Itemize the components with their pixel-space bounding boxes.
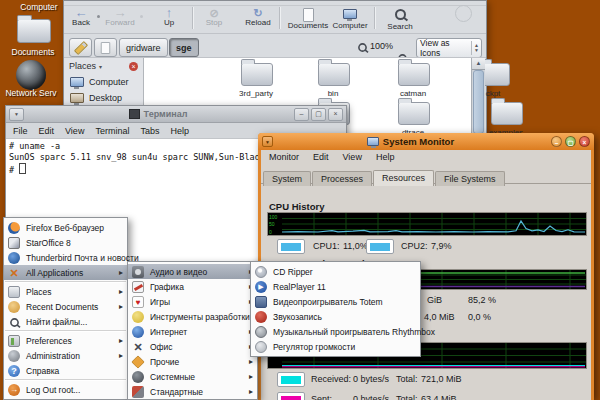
menu-item-totem[interactable]: Видеопроигрыватель Totem [251, 294, 420, 309]
menu-item-rhythmbox[interactable]: Музыкальный проигрыватель Rhythmbox [251, 324, 420, 339]
menu-item-find-files[interactable]: Найти файлы... [4, 314, 127, 329]
places-icon [8, 286, 20, 298]
system-monitor-titlebar[interactable]: ▼ System Monitor – ▢ × [258, 133, 594, 150]
menu-item-office[interactable]: ✕ Офис ▸ [128, 339, 257, 354]
menu-item-logout[interactable]: → Log Out root... [4, 382, 127, 397]
menu-item-development[interactable]: Инструменты разработки ▸ [128, 309, 257, 324]
menu-item-accessories[interactable]: Стандартные ▸ [128, 384, 257, 399]
forward-dropdown-icon[interactable] [140, 15, 143, 18]
menu-help[interactable]: Help [170, 126, 189, 136]
back-dropdown-icon[interactable] [97, 15, 100, 18]
folder-label[interactable]: bin [301, 89, 365, 98]
folder-icon[interactable] [398, 63, 430, 86]
menu-item-places[interactable]: Places ▸ [4, 284, 127, 299]
scrollbar-thumb[interactable] [473, 70, 484, 134]
menu-item-other[interactable]: Прочие ▸ [128, 354, 257, 369]
menu-tabs[interactable]: Tabs [140, 126, 159, 136]
menu-item-audio-video[interactable]: Аудио и видео ▸ [128, 264, 257, 279]
documents-button[interactable]: Documents [286, 7, 330, 30]
maximize-button[interactable]: ▢ [565, 136, 576, 147]
menu-item-cd-ripper[interactable]: CD Ripper [251, 264, 420, 279]
sent-total: 63,4 MiB [421, 394, 457, 400]
menu-item-games[interactable]: ♥ Игры ▸ [128, 294, 257, 309]
network-globe-icon[interactable] [16, 60, 46, 90]
close-button[interactable]: × [579, 136, 590, 147]
menu-item-volume-control[interactable]: Регулятор громкости [251, 339, 420, 354]
reload-button[interactable]: ↻ Reload [242, 7, 274, 27]
menu-item-system[interactable]: Системные ▸ [128, 369, 257, 384]
menu-help[interactable]: Help [376, 152, 395, 166]
view-mode-select[interactable]: View as Icons ▲▼ [416, 38, 482, 58]
sidebar-item-computer[interactable]: Computer [64, 74, 143, 90]
menu-item-thunderbird[interactable]: Thunderbird Почта и новости [4, 250, 127, 265]
menu-item-label: Звукозапись [273, 312, 322, 322]
menu-item-staroffice[interactable]: StarOffice 8 [4, 235, 127, 250]
folder-label[interactable]: 3rd_party [224, 89, 288, 98]
desktop-icon-documents[interactable]: Documents [2, 47, 64, 57]
edit-location-button[interactable] [69, 38, 92, 57]
folder-icon[interactable] [318, 63, 350, 86]
tab-file-systems[interactable]: File Systems [435, 171, 505, 186]
menu-item-all-applications[interactable]: ✕ All Applications ▸ [4, 265, 127, 280]
submenu-arrow-icon: ▸ [249, 387, 253, 396]
window-menu-icon[interactable]: ▼ [9, 108, 24, 121]
stop-button[interactable]: ⊘ Stop [201, 7, 227, 27]
window-menu-icon[interactable]: ▼ [262, 136, 273, 147]
menu-monitor[interactable]: Monitor [269, 152, 299, 166]
cpu2-swatch[interactable] [366, 239, 394, 254]
sidebar-header[interactable]: Places ▾ × [64, 58, 143, 74]
desktop-icon-computer[interactable]: Computer [8, 2, 70, 12]
accessories-icon [132, 386, 144, 398]
menu-edit[interactable]: Edit [313, 152, 329, 166]
folder-icon[interactable] [491, 102, 523, 125]
menu-terminal[interactable]: Terminal [95, 126, 129, 136]
scroll-up-icon[interactable]: ▲ [472, 58, 485, 70]
search-button[interactable]: Search [382, 7, 418, 31]
tab-system[interactable]: System [263, 171, 311, 186]
close-button[interactable]: × [328, 108, 343, 121]
folder-icon[interactable] [398, 102, 430, 125]
received-swatch[interactable] [277, 372, 305, 387]
minimize-button[interactable]: – [294, 108, 309, 121]
root-path-button[interactable] [94, 38, 117, 57]
computer-button[interactable]: Computer [330, 7, 370, 30]
tab-processes[interactable]: Processes [312, 171, 372, 186]
forward-label: Forward [105, 19, 134, 27]
submenu-arrow-icon: ▸ [119, 302, 123, 311]
maximize-button[interactable]: ▢ [311, 108, 326, 121]
menu-item-administration[interactable]: Administration ▸ [4, 348, 127, 363]
menu-view[interactable]: View [65, 126, 84, 136]
minimize-button[interactable]: – [551, 136, 562, 147]
menu-file[interactable]: File [13, 126, 28, 136]
path-button-gridware[interactable]: gridware [119, 38, 168, 57]
tab-resources[interactable]: Resources [373, 170, 434, 186]
forward-button[interactable]: → Forward [103, 7, 137, 27]
menu-item-help[interactable]: ? Справка [4, 363, 127, 378]
folder-icon[interactable] [241, 63, 273, 86]
menu-item-firefox[interactable]: Firefox Веб-браузер [4, 220, 127, 235]
zoom-out-icon[interactable] [358, 43, 367, 52]
up-button[interactable]: ↑ Up [156, 7, 182, 27]
back-button[interactable]: ← Back [67, 7, 95, 27]
menu-item-preferences[interactable]: Preferences ▸ [4, 333, 127, 348]
menu-item-internet[interactable]: Интернет ▸ [128, 324, 257, 339]
menu-item-realplayer[interactable]: ▶ RealPlayer 11 [251, 279, 420, 294]
menu-edit[interactable]: Edit [39, 126, 55, 136]
cpu-history-graph: 100 50 0 [267, 212, 587, 236]
cpu1-swatch[interactable] [277, 239, 305, 254]
menu-view[interactable]: View [343, 152, 362, 166]
sent-swatch[interactable] [277, 392, 305, 400]
tab-strip: SystemProcessesResourcesFile Systems [261, 166, 591, 184]
thunderbird-icon [8, 252, 20, 264]
documents-folder-icon[interactable] [17, 19, 51, 43]
terminal-titlebar[interactable]: ▼ Терминал – ▢ × [6, 106, 346, 123]
close-sidebar-icon[interactable]: × [129, 62, 138, 71]
menu-item-sound-recorder[interactable]: Звукозапись [251, 309, 420, 324]
folder-label[interactable]: catman [381, 89, 445, 98]
audio-video-submenu: CD Ripper ▶ RealPlayer 11 Видеопроигрыва… [250, 261, 421, 357]
sidebar-item-desktop[interactable]: Desktop [64, 90, 143, 106]
path-button-sge[interactable]: sge [169, 38, 199, 57]
menu-item-graphics[interactable]: Графика ▸ [128, 279, 257, 294]
desktop-icon-network[interactable]: Network Serv [0, 88, 62, 98]
menu-item-recent-documents[interactable]: Recent Documents ▸ [4, 299, 127, 314]
